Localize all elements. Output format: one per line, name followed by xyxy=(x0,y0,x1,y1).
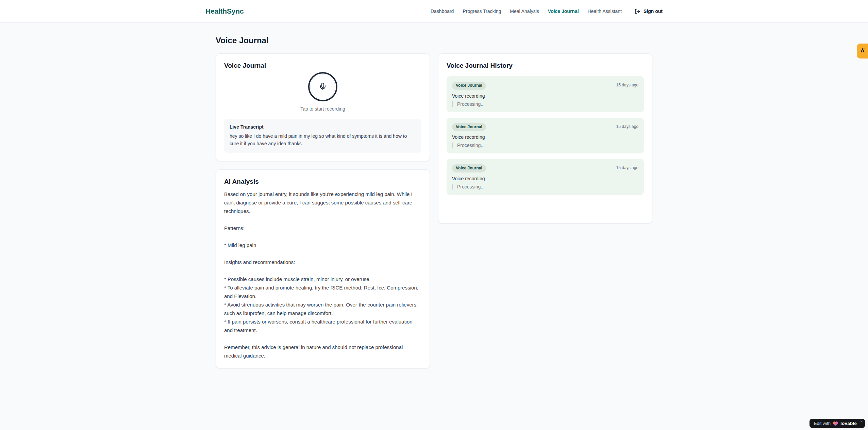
history-entry[interactable]: Voice Journal 15 days ago Voice recordin… xyxy=(447,76,644,112)
history-card-title: Voice Journal History xyxy=(447,62,644,69)
entry-type-badge: Voice Journal xyxy=(452,164,486,172)
side-widget-tab[interactable] xyxy=(857,44,868,59)
app-logo[interactable]: HealthSync xyxy=(205,7,244,15)
live-transcript-text: hey so like I do have a mild pain in my … xyxy=(230,133,416,147)
history-entry[interactable]: Voice Journal 15 days ago Voice recordin… xyxy=(447,159,644,195)
ai-analysis-title: AI Analysis xyxy=(224,178,421,185)
voice-journal-history-card: Voice Journal History Voice Journal 15 d… xyxy=(438,53,652,224)
ai-analysis-card: AI Analysis Based on your journal entry,… xyxy=(216,169,430,368)
microphone-icon xyxy=(319,82,327,92)
nav-item-meal-analysis[interactable]: Meal Analysis xyxy=(510,9,539,14)
entry-processing-status: Processing... xyxy=(452,143,638,148)
nav-item-dashboard[interactable]: Dashboard xyxy=(431,9,454,14)
main-nav: Dashboard Progress Tracking Meal Analysi… xyxy=(431,9,663,14)
entry-timestamp: 15 days ago xyxy=(616,82,638,87)
history-list: Voice Journal 15 days ago Voice recordin… xyxy=(447,76,644,195)
nav-item-health-assistant[interactable]: Health Assistant xyxy=(588,9,622,14)
recorder-card-title: Voice Journal xyxy=(224,62,421,69)
entry-label: Voice recording xyxy=(452,93,638,99)
voice-recorder-card: Voice Journal Tap to start recording xyxy=(216,53,430,161)
close-icon[interactable]: × xyxy=(861,419,863,423)
top-navbar: HealthSync Dashboard Progress Tracking M… xyxy=(0,0,868,23)
entry-processing-status: Processing... xyxy=(452,184,638,189)
tap-to-record-hint: Tap to start recording xyxy=(300,106,345,112)
entry-label: Voice recording xyxy=(452,176,638,181)
gradient-heart-icon xyxy=(833,421,838,426)
sign-out-button[interactable]: Sign out xyxy=(635,9,663,14)
history-entry[interactable]: Voice Journal 15 days ago Voice recordin… xyxy=(447,118,644,154)
entry-timestamp: 15 days ago xyxy=(616,123,638,129)
sign-out-label: Sign out xyxy=(644,9,663,14)
main-content: Voice Journal Voice Journal xyxy=(216,23,652,368)
log-out-icon xyxy=(635,9,640,14)
edit-badge-prefix: Edit with xyxy=(814,421,831,426)
ai-analysis-body: Based on your journal entry, it sounds l… xyxy=(224,190,421,360)
edit-with-lovable-badge[interactable]: Edit with lovable × xyxy=(809,419,865,428)
nav-item-progress-tracking[interactable]: Progress Tracking xyxy=(463,9,501,14)
live-transcript-panel: Live Transcript hey so like I do have a … xyxy=(224,119,421,153)
entry-timestamp: 15 days ago xyxy=(616,164,638,170)
live-transcript-title: Live Transcript xyxy=(230,124,416,130)
page-title: Voice Journal xyxy=(216,36,652,45)
edit-badge-brand: lovable xyxy=(840,421,857,426)
entry-type-badge: Voice Journal xyxy=(452,82,486,90)
entry-processing-status: Processing... xyxy=(452,101,638,107)
lovable-mark-icon xyxy=(860,48,865,54)
entry-type-badge: Voice Journal xyxy=(452,123,486,131)
entry-label: Voice recording xyxy=(452,134,638,140)
nav-item-voice-journal[interactable]: Voice Journal xyxy=(548,9,579,14)
record-button[interactable] xyxy=(308,72,337,101)
